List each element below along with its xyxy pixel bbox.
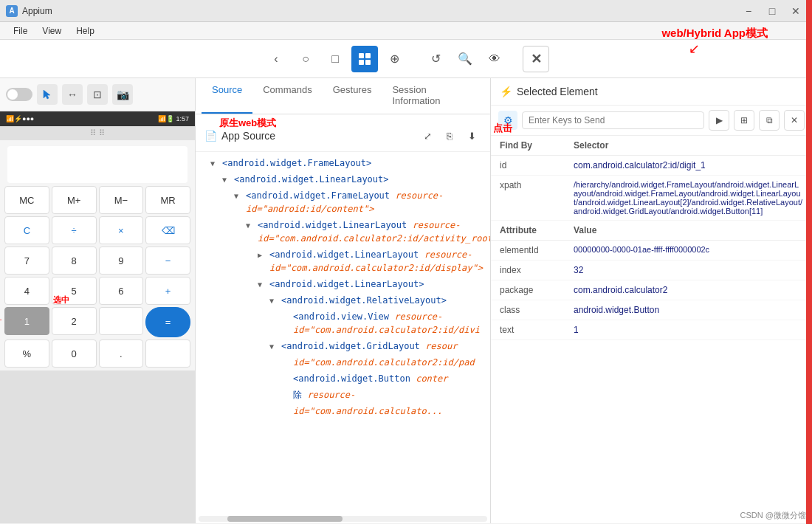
annotation-arrow-1: ↗ — [689, 41, 700, 58]
menu-view[interactable]: View — [35, 24, 69, 38]
app-title: Appium — [22, 6, 738, 16]
tab-gestures[interactable]: Gestures — [323, 78, 382, 114]
calc-9[interactable]: 9 — [99, 247, 144, 275]
maximize-button[interactable]: □ — [762, 4, 782, 18]
tree-node-5[interactable]: ▼ <android.widget.LinearLayout> — [196, 276, 490, 292]
attr-row-4: text 1 — [491, 320, 812, 340]
toggle-switch[interactable] — [6, 88, 32, 101]
find-by-label-0: id — [491, 156, 565, 176]
calc-2[interactable]: 2 — [52, 307, 97, 335]
send-copy-button[interactable]: ⧉ — [759, 110, 780, 131]
source-panel-actions: ⤢ ⎘ ⬇ — [418, 126, 481, 145]
native-context-button[interactable] — [351, 46, 378, 72]
expand-icon-0: ▼ — [210, 158, 219, 169]
expand-action[interactable]: ⤢ — [418, 126, 437, 145]
tree-node-11[interactable]: 除 resource- — [196, 387, 490, 403]
calc-dot[interactable]: . — [99, 339, 144, 368]
attribute-header: Attribute — [491, 221, 565, 241]
calc-clear[interactable]: C — [4, 216, 49, 244]
calc-8[interactable]: 8 — [52, 247, 97, 275]
calc-mr[interactable]: MR — [145, 186, 190, 214]
home-button[interactable]: ○ — [292, 46, 319, 72]
close-button[interactable]: ✕ — [785, 4, 806, 18]
tree-node-2[interactable]: ▼ <android.widget.FrameLayout resource-i… — [196, 187, 490, 217]
tab-source[interactable]: Source — [202, 78, 252, 114]
eye-button[interactable]: 👁 — [481, 46, 508, 72]
calc-1[interactable]: 1 选中 ← — [4, 307, 49, 335]
calc-0[interactable]: 0 — [52, 339, 97, 368]
tree-node-0[interactable]: ▼ <android.widget.FrameLayout> — [196, 155, 490, 171]
calc-4[interactable]: 4 — [4, 277, 49, 305]
select-mode-button[interactable] — [37, 84, 58, 105]
send-clear-button[interactable]: ✕ — [784, 110, 805, 131]
expand-icon-8: ▼ — [269, 341, 278, 352]
copy-action[interactable]: ⎘ — [440, 126, 459, 145]
calc-plus[interactable]: + — [145, 277, 190, 305]
expand-icon-10 — [281, 373, 290, 385]
tab-commands[interactable]: Commands — [252, 78, 322, 114]
tab-session[interactable]: Session Information — [382, 78, 484, 114]
send-grid-button[interactable]: ⊞ — [734, 110, 754, 131]
node-text-9: id="com.android.calculator2:id/pad — [293, 356, 475, 369]
calc-minus[interactable]: − — [145, 247, 190, 275]
swipe-button[interactable]: ↔ — [62, 84, 83, 105]
status-bar: 📶⚡●●● 📶🔋 1:57 — [0, 111, 195, 126]
attr-row-0: elementId 00000000-0000-01ae-ffff-ffff00… — [491, 241, 812, 261]
native-icon — [357, 52, 372, 66]
drag-handle: ⠿ ⠿ — [0, 126, 195, 140]
calc-backspace[interactable]: ⌫ — [145, 216, 190, 244]
node-text-0: <android.widget.FrameLayout> — [222, 156, 371, 170]
stop-button[interactable]: ✕ — [523, 46, 549, 72]
attr-row-3: class android.widget.Button — [491, 300, 812, 320]
tree-node-10[interactable]: <android.widget.Button conter — [196, 370, 490, 387]
web-context-button[interactable]: ⊕ — [381, 46, 407, 72]
attr-label-3: class — [491, 300, 565, 320]
tap-area-button[interactable]: ⊡ — [87, 84, 108, 105]
tree-node-1[interactable]: ▼ <android.widget.LinearLayout> — [196, 171, 490, 187]
screenshot-button[interactable]: 📷 — [112, 84, 133, 105]
expand-icon-2: ▼ — [234, 190, 243, 201]
source-tree[interactable]: ▼ <android.widget.FrameLayout> ▼ <androi… — [196, 152, 490, 514]
tree-node-9[interactable]: id="com.android.calculator2:id/pad — [196, 354, 490, 370]
calc-6[interactable]: 6 — [99, 277, 144, 305]
calc-7[interactable]: 7 — [4, 247, 49, 275]
expand-icon-4: ▶ — [258, 249, 266, 261]
app-switch-button[interactable]: □ — [322, 46, 348, 72]
calc-mc[interactable]: MC — [4, 186, 49, 214]
calc-row-bottom: % 0 . — [4, 339, 190, 368]
annotation-click: 点击 — [493, 122, 512, 135]
calc-multiply[interactable]: × — [99, 216, 144, 244]
tree-node-12[interactable]: id="com.android.calculato... — [196, 403, 490, 419]
selected-annotation: 选中 — [53, 294, 69, 306]
source-scrollbar[interactable] — [199, 516, 487, 522]
calc-row-2: C ÷ × ⌫ — [4, 216, 190, 244]
menu-file[interactable]: File — [6, 24, 35, 38]
attr-value-1: 32 — [565, 261, 812, 280]
download-action[interactable]: ⬇ — [462, 126, 481, 145]
refresh-button[interactable]: ↺ — [422, 46, 449, 72]
attr-row-1: index 32 — [491, 261, 812, 280]
minimize-button[interactable]: − — [738, 4, 759, 18]
send-input[interactable] — [522, 111, 704, 129]
menu-help[interactable]: Help — [69, 24, 102, 38]
tree-node-7[interactable]: <android.view.View resource-id="com.andr… — [196, 308, 490, 338]
calc-mminus[interactable]: M− — [99, 186, 144, 214]
back-button[interactable]: ‹ — [263, 46, 289, 72]
watermark: CSDN @微微分馏 — [740, 510, 806, 521]
send-play-button[interactable]: ▶ — [709, 110, 729, 131]
calc-numpad: 7 8 9 − 4 5 6 + 1 选中 ← 2 = — [4, 247, 190, 337]
send-bar: ⚙ ▶ ⊞ ⧉ ✕ — [491, 106, 812, 136]
calc-divide[interactable]: ÷ — [52, 216, 97, 244]
tree-node-6[interactable]: ▼ <android.widget.RelativeLayout> — [196, 292, 490, 308]
search-button[interactable]: 🔍 — [452, 46, 478, 72]
calc-mplus[interactable]: M+ — [52, 186, 97, 214]
tree-node-8[interactable]: ▼ <android.widget.GridLayout resour — [196, 338, 490, 354]
calc-equals[interactable]: = — [145, 307, 190, 337]
tree-node-4[interactable]: ▶ <android.widget.LinearLayout resource-… — [196, 247, 490, 276]
toolbar: web/Hybrid App模式 ↗ ‹ ○ □ ⊕ ↺ 🔍 👁 ✕ — [0, 40, 812, 78]
attr-value-2: com.android.calculator2 — [565, 280, 812, 300]
attr-value-3: android.widget.Button — [565, 300, 812, 320]
calc-percent[interactable]: % — [4, 339, 49, 368]
expand-icon-11 — [281, 390, 290, 401]
tree-node-3[interactable]: ▼ <android.widget.LinearLayout resource-… — [196, 217, 490, 247]
